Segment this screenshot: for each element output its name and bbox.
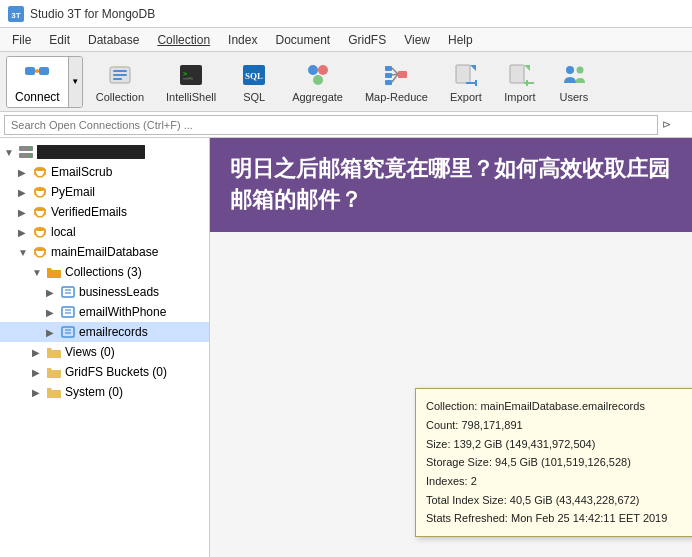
collection-icon	[106, 61, 134, 89]
svg-point-42	[35, 187, 45, 191]
tree-item-views[interactable]: ▶ Views (0)	[0, 342, 209, 362]
collections-label: Collections (3)	[65, 265, 142, 279]
tooltip-totalindex-label: Total Index Size:	[426, 494, 510, 506]
overlay-text: 明日之后邮箱究竟在哪里？如何高效收取庄园邮箱的邮件？	[230, 156, 670, 212]
mapreduce-button[interactable]: Map-Reduce	[356, 56, 437, 108]
sql-button[interactable]: SQL SQL	[229, 56, 279, 108]
menu-collection[interactable]: Collection	[149, 31, 218, 49]
tree-item-collections[interactable]: ▼ Collections (3)	[0, 262, 209, 282]
db-icon	[32, 165, 48, 179]
tooltip-storage-size: Storage Size: 94,5 GiB (101,519,126,528)	[426, 453, 692, 472]
tree-item-emailwithphone[interactable]: ▶ emailWithPhone	[0, 302, 209, 322]
svg-rect-57	[62, 307, 74, 317]
tree-item-system[interactable]: ▶ System (0)	[0, 382, 209, 402]
tooltip-stats-label: Stats Refreshed:	[426, 512, 511, 524]
overlay-banner: 明日之后邮箱究竟在哪里？如何高效收取庄园邮箱的邮件？	[210, 138, 692, 232]
tree-item-pyemail[interactable]: ▶ PyEmail	[0, 182, 209, 202]
tooltip-popup: Collection: mainEmailDatabase.emailrecor…	[415, 388, 692, 537]
expand-icon: ▶	[46, 327, 60, 338]
toolbar: Connect ▼ Collection >_ IntelliShell	[0, 52, 692, 112]
menu-gridfs[interactable]: GridFS	[340, 31, 394, 49]
svg-point-48	[35, 227, 45, 231]
db-icon	[32, 185, 48, 199]
expand-icon: ▶	[46, 287, 60, 298]
tree-item-emailrecords[interactable]: ▶ emailrecords	[0, 322, 209, 342]
export-button[interactable]: Export	[441, 56, 491, 108]
sql-label: SQL	[243, 91, 265, 103]
collection-icon	[60, 325, 76, 339]
svg-rect-8	[113, 74, 127, 76]
menu-view[interactable]: View	[396, 31, 438, 49]
tree-item-busleads[interactable]: ▶ businessLeads	[0, 282, 209, 302]
mapreduce-icon	[382, 61, 410, 89]
tooltip-collection-value: mainEmailDatabase.emailrecords	[480, 400, 644, 412]
tooltip-count-value: 798,171,891	[461, 419, 522, 431]
titlebar: 3T Studio 3T for MongoDB	[0, 0, 692, 28]
tree-item-gridfs[interactable]: ▶ GridFS Buckets (0)	[0, 362, 209, 382]
tree-item-emailscrub[interactable]: ▶ EmailScrub	[0, 162, 209, 182]
pyemail-label: PyEmail	[51, 185, 95, 199]
tooltip-size-value: 139,2 GiB (149,431,972,504)	[454, 438, 596, 450]
expand-icon: ▼	[18, 247, 32, 258]
svg-rect-19	[385, 73, 392, 78]
svg-rect-12	[183, 78, 193, 80]
svg-point-17	[313, 75, 323, 85]
folder-icon	[46, 345, 62, 359]
emailscrub-label: EmailScrub	[51, 165, 112, 179]
folder-icon	[46, 265, 62, 279]
import-icon	[506, 61, 534, 89]
intellishell-icon: >_	[177, 61, 205, 89]
connect-button[interactable]: Connect	[7, 57, 68, 107]
svg-text:3T: 3T	[11, 11, 20, 20]
tooltip-count: Count: 798,171,891	[426, 416, 692, 435]
tree-item-server[interactable]: ▼ ████████	[0, 142, 209, 162]
menu-help[interactable]: Help	[440, 31, 481, 49]
tree-item-verifiedemails[interactable]: ▶ VerifiedEmails	[0, 202, 209, 222]
menu-index[interactable]: Index	[220, 31, 265, 49]
menu-edit[interactable]: Edit	[41, 31, 78, 49]
collection-icon	[60, 305, 76, 319]
users-button[interactable]: Users	[549, 56, 599, 108]
tree-item-mainemaildb[interactable]: ▼ mainEmailDatabase	[0, 242, 209, 262]
verifiedemails-label: VerifiedEmails	[51, 205, 127, 219]
connect-group[interactable]: Connect ▼	[6, 56, 83, 108]
main-area: ▼ ████████ ▶	[0, 138, 692, 557]
expand-icon: ▶	[18, 167, 32, 178]
db-icon	[32, 205, 48, 219]
folder-icon	[46, 385, 62, 399]
aggregate-button[interactable]: Aggregate	[283, 56, 352, 108]
busleads-label: businessLeads	[79, 285, 159, 299]
svg-rect-25	[456, 65, 470, 83]
search-input[interactable]	[4, 115, 658, 135]
users-label: Users	[560, 91, 589, 103]
right-panel: 明日之后邮箱究竟在哪里？如何高效收取庄园邮箱的邮件？ Collection: m…	[210, 138, 692, 557]
menu-database[interactable]: Database	[80, 31, 147, 49]
expand-icon: ▶	[18, 187, 32, 198]
connect-dropdown[interactable]: ▼	[68, 56, 82, 108]
svg-point-36	[30, 147, 32, 149]
expand-icon: ▶	[18, 227, 32, 238]
system-label: System (0)	[65, 385, 123, 399]
intellishell-button[interactable]: >_ IntelliShell	[157, 56, 225, 108]
expand-icon: ▶	[32, 387, 46, 398]
tree-item-local[interactable]: ▶ local	[0, 222, 209, 242]
svg-point-33	[566, 66, 574, 74]
svg-point-16	[318, 65, 328, 75]
emailwithphone-label: emailWithPhone	[79, 305, 166, 319]
sql-icon: SQL	[240, 61, 268, 89]
expand-icon: ▶	[46, 307, 60, 318]
mainemaildb-label: mainEmailDatabase	[51, 245, 158, 259]
collection-button[interactable]: Collection	[87, 56, 153, 108]
import-label: Import	[504, 91, 535, 103]
expand-icon: ▼	[32, 267, 46, 278]
menu-document[interactable]: Document	[267, 31, 338, 49]
tooltip-collection: Collection: mainEmailDatabase.emailrecor…	[426, 397, 692, 416]
searchbar: ⊳	[0, 112, 692, 138]
tooltip-collection-label: Collection:	[426, 400, 480, 412]
menu-file[interactable]: File	[4, 31, 39, 49]
server-icon	[18, 145, 34, 159]
mapreduce-label: Map-Reduce	[365, 91, 428, 103]
svg-text:SQL: SQL	[245, 71, 263, 81]
import-button[interactable]: Import	[495, 56, 545, 108]
tooltip-indexes: Indexes: 2	[426, 472, 692, 491]
